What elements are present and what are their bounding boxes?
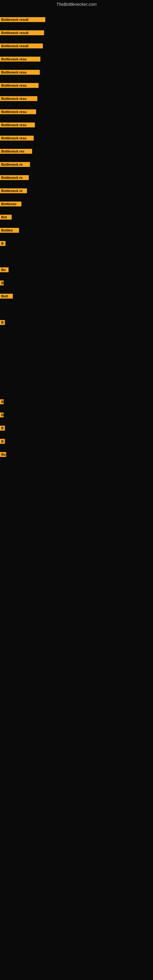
bar-row: Bottleneck resu [0,70,40,75]
bottleneck-result-bar: Bottleneck resu [0,70,40,75]
bottleneck-result-bar: B [0,320,5,325]
bar-row: B [0,280,4,285]
bottleneck-result-bar: B [0,412,4,417]
bar-row: Bottleneck resu [0,96,37,101]
bar-row: Bottleneck resu [0,83,38,88]
bar-row: Bottleneck result [0,17,45,22]
bar-row: B [0,426,5,431]
bottleneck-result-bar: B [0,426,5,431]
site-title: TheBottlenecker.com [0,0,153,8]
bar-row: Bottleneck resu [0,57,40,62]
bar-row: B [0,412,4,417]
bar-row: Bot [0,215,12,220]
bottleneck-result-bar: Bott [0,294,13,299]
bottleneck-result-bar: Bottleneck resu [0,57,40,62]
bottleneck-result-bar: Bottleneck re [0,162,30,167]
bar-row: Bo [0,452,6,457]
bar-row: B [0,439,5,444]
bottleneck-result-bar: Bottleneck re [0,175,29,180]
bar-row: Bo [0,267,9,272]
bottleneck-result-bar: B [0,241,5,246]
bottleneck-result-bar: B [0,280,4,285]
bottleneck-result-bar: Bottlen [0,228,19,233]
bar-row: Bott [0,294,13,299]
bottleneck-result-bar: Bottleneck re [0,188,27,193]
bar-row: B [0,399,4,404]
bottleneck-result-bar: Bottleneck result [0,43,43,48]
bar-row: B [0,320,5,325]
bar-row: Bottleneck re [0,162,30,167]
bottleneck-result-bar: Bo [0,452,6,457]
bottleneck-result-bar: Bot [0,215,12,220]
bottleneck-result-bar: B [0,439,5,444]
bottleneck-result-bar: Bottleneck resu [0,123,35,127]
bar-row: Bottleneck result [0,30,44,35]
bar-row: Bottleneck resu [0,123,35,127]
bar-row: Bottleneck re [0,188,27,193]
bar-row: Bottlen [0,228,19,233]
bottleneck-result-bar: Bottlenec [0,202,21,207]
bar-row: B [0,241,5,246]
bottleneck-result-bar: Bottleneck resu [0,83,38,88]
bottleneck-result-bar: Bottleneck resu [0,96,37,101]
bottleneck-result-bar: Bottleneck resu [0,109,36,114]
bar-row: Bottleneck res [0,149,32,154]
bottleneck-result-bar: Bottleneck result [0,17,45,22]
bottleneck-result-bar: Bottleneck resu [0,136,33,140]
bar-row: Bottleneck re [0,175,29,180]
bar-row: Bottleneck resu [0,136,33,140]
bottleneck-result-bar: Bottleneck result [0,30,44,35]
bar-row: Bottleneck resu [0,109,36,114]
bottleneck-result-bar: B [0,399,4,404]
bottleneck-result-bar: Bo [0,267,9,272]
bottleneck-result-bar: Bottleneck res [0,149,32,154]
bar-row: Bottleneck result [0,43,43,48]
bar-row: Bottlenec [0,202,21,207]
